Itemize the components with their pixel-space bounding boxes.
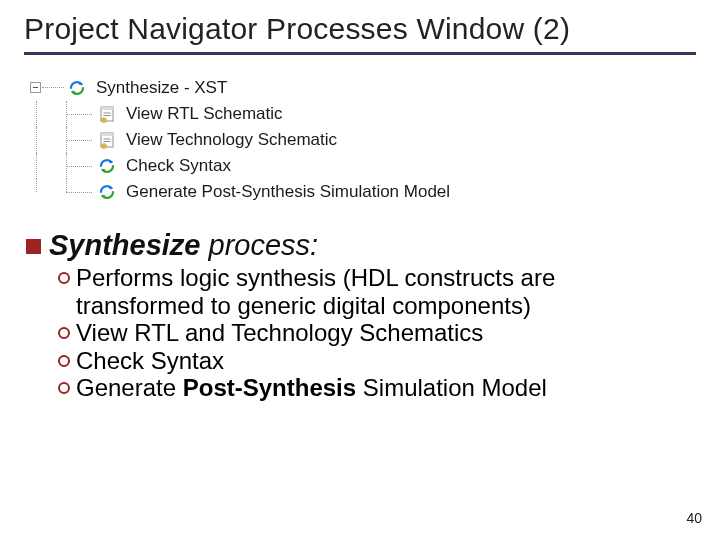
- process-tree: Synthesize - XST View RTL Schematic: [26, 75, 696, 205]
- svg-rect-5: [101, 133, 113, 136]
- sub-bullet-list: Performs logic synthesis (HDL constructs…: [26, 264, 696, 402]
- tree-child-row[interactable]: View Technology Schematic: [26, 127, 696, 153]
- tree-child-row[interactable]: View RTL Schematic: [26, 101, 696, 127]
- page-number: 40: [686, 510, 702, 526]
- circle-bullet-icon: [58, 272, 70, 284]
- sub-bullet-row: Generate Post-Synthesis Simulation Model: [58, 374, 696, 402]
- square-bullet-icon: [26, 239, 41, 254]
- sub-bullet-text: Performs logic synthesis (HDL constructs…: [76, 264, 686, 319]
- minus-icon: [30, 82, 41, 93]
- title-underline: [24, 52, 696, 55]
- report-icon: [96, 104, 118, 124]
- tree-root-label: Synthesize - XST: [96, 78, 227, 98]
- sub-bullet-row: View RTL and Technology Schematics: [58, 319, 696, 347]
- report-icon: [96, 130, 118, 150]
- svg-rect-1: [101, 107, 113, 110]
- heading-rest: process:: [201, 229, 319, 261]
- tree-child-label: View Technology Schematic: [126, 130, 337, 150]
- circle-bullet-icon: [58, 327, 70, 339]
- sub-bullet-text: Generate Post-Synthesis Simulation Model: [76, 374, 547, 402]
- slide-body: Synthesize process: Performs logic synth…: [24, 229, 696, 402]
- tree-connector: [26, 153, 96, 179]
- tree-child-row[interactable]: Check Syntax: [26, 153, 696, 179]
- heading-row: Synthesize process:: [26, 229, 696, 262]
- sub-bullet-text: Check Syntax: [76, 347, 224, 375]
- sub-bullet-row: Performs logic synthesis (HDL constructs…: [58, 264, 696, 319]
- sub-bullet-row: Check Syntax: [58, 347, 696, 375]
- spin-arrows-icon: [96, 156, 118, 176]
- tree-child-label: Check Syntax: [126, 156, 231, 176]
- circle-bullet-icon: [58, 382, 70, 394]
- tree-connector: [26, 127, 96, 153]
- slide-title: Project Navigator Processes Window (2): [24, 12, 696, 46]
- section-heading: Synthesize process:: [49, 229, 318, 262]
- sub-bullet-text: View RTL and Technology Schematics: [76, 319, 483, 347]
- slide: Project Navigator Processes Window (2) S…: [0, 0, 720, 540]
- sub-bullet-bold: Post-Synthesis: [183, 374, 356, 401]
- tree-child-row[interactable]: Generate Post-Synthesis Simulation Model: [26, 179, 696, 205]
- circle-bullet-icon: [58, 355, 70, 367]
- spin-arrows-icon: [66, 78, 88, 98]
- tree-connector: [26, 179, 96, 205]
- sub-bullet-prefix: Generate: [76, 374, 183, 401]
- tree-child-label: Generate Post-Synthesis Simulation Model: [126, 182, 450, 202]
- sub-bullet-suffix: Simulation Model: [356, 374, 547, 401]
- heading-bold: Synthesize: [49, 229, 201, 261]
- tree-expand-toggle[interactable]: [26, 75, 66, 101]
- spin-arrows-icon: [96, 182, 118, 202]
- tree-connector: [26, 101, 96, 127]
- tree-child-label: View RTL Schematic: [126, 104, 283, 124]
- tree-root-row[interactable]: Synthesize - XST: [26, 75, 696, 101]
